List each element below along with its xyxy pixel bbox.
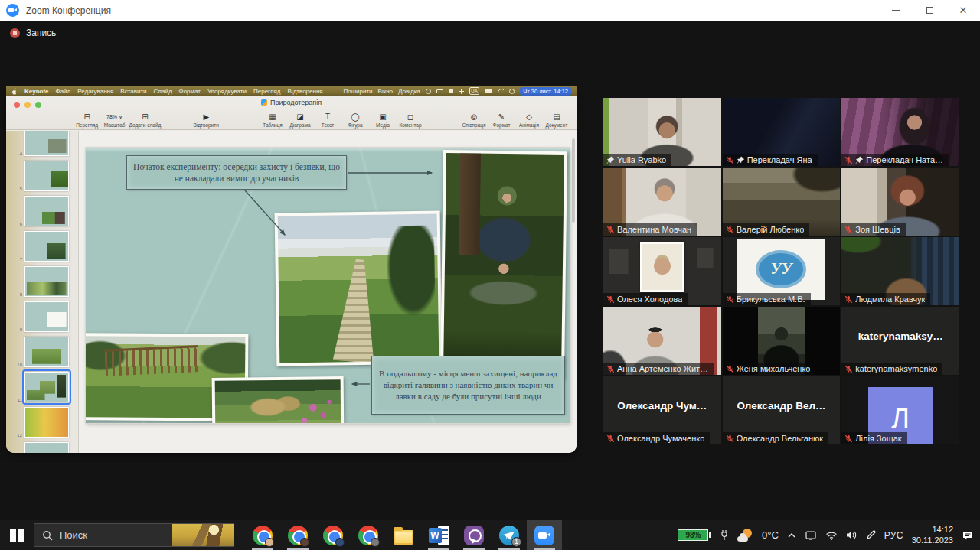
participant-nameplate: Зоя Шевців xyxy=(841,223,905,236)
slide-thumbnail-6[interactable]: 6 xyxy=(6,194,78,229)
notification-badge: 1 xyxy=(511,537,521,547)
slide-thumbnail-4[interactable]: 4 xyxy=(6,131,78,158)
slide-thumbnail-5[interactable]: 5 xyxy=(6,158,78,194)
action-center-icon[interactable] xyxy=(962,530,974,541)
start-button[interactable] xyxy=(0,520,34,550)
toolbar-media-button[interactable]: ▣Медіа xyxy=(371,112,394,129)
taskbar-chrome-4[interactable] xyxy=(351,520,386,550)
toggle-icon[interactable] xyxy=(485,89,492,93)
menu-insert[interactable]: Вставити xyxy=(120,88,146,95)
slide-thumbnail-8[interactable]: 8 xyxy=(6,264,78,299)
cast-device-icon[interactable] xyxy=(805,530,817,540)
volume-icon[interactable] xyxy=(846,530,858,540)
taskbar-file-explorer[interactable] xyxy=(386,520,421,550)
taskbar-telegram[interactable]: 1 xyxy=(492,520,527,550)
participant-tile-liliia-zoshchak[interactable]: Л Лілія Зощак xyxy=(841,376,959,444)
plus-icon[interactable] xyxy=(459,89,464,94)
hidden-icons-chevron[interactable] xyxy=(787,532,796,539)
menu-keynote[interactable]: Keynote xyxy=(24,88,49,95)
keynote-doc-icon xyxy=(261,99,267,106)
toolbar-view-button[interactable]: ⊟Перегляд xyxy=(76,112,99,129)
participant-tile-perekladach-nata[interactable]: Перекладач Ната… xyxy=(841,98,959,166)
current-slide[interactable]: Початок експерименту: осередки захисту і… xyxy=(86,148,570,423)
menu-bar-clock[interactable]: Чт 30 лист. 14:12 xyxy=(520,87,571,96)
toolbar-chart-button[interactable]: ◪Діаграма xyxy=(289,112,312,129)
toolbar-zoom-control[interactable]: 78%∨Масштаб xyxy=(103,112,126,129)
participant-tile-zoia-shevtsiv[interactable]: Зоя Шевців xyxy=(841,168,959,236)
recording-indicator[interactable]: Запись xyxy=(10,28,56,38)
menu-arrange[interactable]: Упорядкувати xyxy=(207,88,247,95)
toolbar-play-button[interactable]: ▶Відтворити xyxy=(194,112,217,129)
participant-tile-oleksandr-chumachenko[interactable]: Олександр Чум… Олександр Чумаченко xyxy=(603,376,721,444)
toolbar-add-slide-button[interactable]: ⊞Додати слайд xyxy=(131,112,160,129)
battery-icon[interactable] xyxy=(436,89,443,93)
thumbnail-image xyxy=(24,266,69,297)
participant-tile-valerii-liubenko[interactable]: Валерій Любенко xyxy=(723,168,841,236)
toolbar-document-button[interactable]: ▤Документ xyxy=(545,112,568,129)
slide-thumbnail-11-selected[interactable]: 11 xyxy=(6,369,78,405)
slide-thumbnail-13[interactable]: 13 xyxy=(6,440,78,453)
recording-pause-icon xyxy=(10,28,20,38)
slide-thumbnail-12[interactable]: 12 xyxy=(6,405,78,440)
toolbar-comment-button[interactable]: ◻Коментар xyxy=(399,112,422,129)
taskbar-chrome-1[interactable] xyxy=(245,520,280,550)
toolbar-shape-button[interactable]: ◯Фігура xyxy=(344,112,367,129)
participant-tile-oleksandr-velhaniuk[interactable]: Олександр Вел… Олександр Вельганюк xyxy=(723,376,841,444)
participant-tile-zhenia-mykhalchenko[interactable]: Женя михальченко xyxy=(723,307,841,375)
menu-file[interactable]: Файл xyxy=(56,88,71,95)
taskbar-zoom[interactable] xyxy=(527,520,562,550)
battery-indicator[interactable]: 98% xyxy=(678,529,711,541)
participant-tile-valentyna-movchan[interactable]: Валентина Мовчан xyxy=(603,168,721,236)
taskbar-chrome-3[interactable] xyxy=(315,520,351,550)
minimize-button[interactable] xyxy=(879,0,913,21)
participant-tile-anna-artemenko[interactable]: Анна Артеменко Жит… xyxy=(603,307,721,375)
taskbar-viber[interactable] xyxy=(456,520,492,550)
chart-icon: ◪ xyxy=(296,112,303,122)
temperature-label[interactable]: 0°C xyxy=(762,529,779,541)
language-indicator[interactable]: РУС xyxy=(884,530,903,541)
participant-tile-yulia-ryabko[interactable]: Yulia Ryabko xyxy=(603,98,721,166)
taskbar-clock[interactable]: 14:12 30.11.2023 xyxy=(912,525,953,545)
restore-button[interactable] xyxy=(913,0,946,21)
participant-tile-brykulska[interactable]: УУ Брикульська М.В. xyxy=(723,237,841,305)
menu-format[interactable]: Формат xyxy=(179,88,201,95)
canvas-scrollbar[interactable] xyxy=(572,138,575,223)
screen-record-icon[interactable] xyxy=(449,89,453,93)
toolbar-animate-button[interactable]: ◇Анімація xyxy=(518,112,541,129)
menu-slide[interactable]: Слайд xyxy=(154,88,172,95)
weather-icon[interactable] xyxy=(737,529,753,542)
menu-help[interactable]: Довідка xyxy=(398,88,420,95)
status-app-icon[interactable] xyxy=(426,89,431,94)
slide-thumbnail-10[interactable]: 10 xyxy=(6,334,78,369)
menu-share[interactable]: Поширити xyxy=(343,88,372,95)
slide-thumbnail-9[interactable]: 9 xyxy=(6,299,78,334)
participant-tile-katerynamaksymenko[interactable]: katerynamaksy… katerynamaksymenko xyxy=(841,307,959,375)
participant-nameplate: Олеся Холодова xyxy=(603,293,688,305)
slide-thumbnail-7[interactable]: 7 xyxy=(6,229,78,264)
close-button[interactable]: ✕ xyxy=(946,0,980,21)
zoom-app-icon xyxy=(6,4,19,17)
taskbar-word[interactable]: W xyxy=(421,520,456,550)
toolbar-collaborate-button[interactable]: ◎Співпраця xyxy=(462,112,485,129)
menu-view[interactable]: Перегляд xyxy=(253,88,281,95)
menu-play[interactable]: Відтворення xyxy=(288,88,323,95)
menu-window[interactable]: Вікно xyxy=(378,88,393,95)
search-icon[interactable] xyxy=(509,89,514,94)
participant-tile-liudmyla-kravchuk[interactable]: Людмила Кравчук xyxy=(841,237,959,305)
keyboard-layout-icon[interactable]: UA xyxy=(469,87,479,95)
toolbar-table-button[interactable]: ▦Таблиця xyxy=(261,112,284,129)
wifi-icon[interactable] xyxy=(498,89,504,93)
taskbar-search[interactable]: Поиск xyxy=(34,523,234,547)
toolbar-format-button[interactable]: ✎Формат xyxy=(490,112,513,129)
window-title: Zoom Конференция xyxy=(26,5,111,16)
participants-grid: Yulia Ryabko Перекладач Яна Перекладач Н… xyxy=(603,98,959,444)
toolbar-text-button[interactable]: ТТекст xyxy=(316,112,339,129)
taskbar-chrome-2[interactable] xyxy=(280,520,315,550)
wifi-icon[interactable] xyxy=(825,531,838,540)
participant-tile-olesia-kholodova[interactable]: Олеся Холодова xyxy=(603,237,721,305)
participant-tile-perekladach-yana[interactable]: Перекладач Яна xyxy=(723,98,841,166)
comment-icon: ◻ xyxy=(407,112,413,122)
power-plug-icon[interactable] xyxy=(720,529,729,541)
pen-icon[interactable] xyxy=(866,530,876,540)
menu-edit[interactable]: Редагування xyxy=(77,88,113,95)
